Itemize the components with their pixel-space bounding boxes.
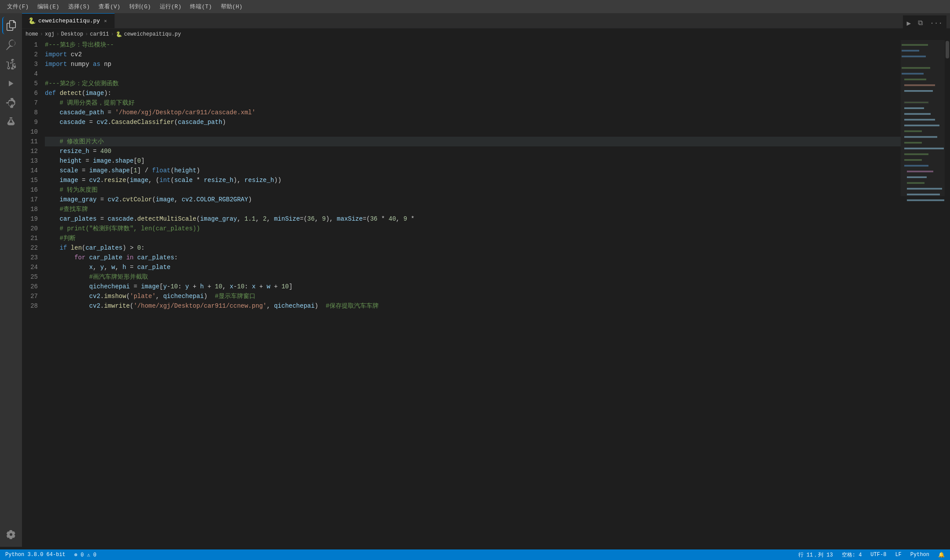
- breadcrumb-filename[interactable]: ceweichepaitiqu.py: [124, 31, 181, 37]
- breadcrumb-file-icon: 🐍: [116, 31, 122, 38]
- code-line-1: #---第1步：导出模块--: [45, 40, 901, 50]
- code-line-19: car_plates = cascade.detectMultiScale(im…: [45, 214, 901, 224]
- breadcrumb-desktop[interactable]: Desktop: [61, 31, 83, 37]
- code-line-26: qichechepai = image[y-10: y + h + 10, x-…: [45, 282, 901, 291]
- more-actions-button[interactable]: ···: [928, 18, 945, 29]
- code-line-27: cv2.imshow('plate', qichechepai) #显示车牌窗口: [45, 291, 901, 301]
- code-line-15: image = cv2.resize(image, (int(scale * r…: [45, 175, 901, 185]
- warning-icon: ⚠: [87, 552, 90, 558]
- breadcrumb: home › xgj › Desktop › car911 › 🐍 ceweic…: [0, 29, 950, 40]
- breadcrumb-car911[interactable]: car911: [90, 31, 109, 37]
- code-line-21: #判断: [45, 233, 901, 243]
- code-line-24: x, y, w, h = car_plate: [45, 262, 901, 272]
- svg-rect-26: [907, 200, 944, 201]
- breadcrumb-sep4: ›: [111, 31, 114, 37]
- error-count[interactable]: ⊗ 0 ⚠ 0: [73, 552, 98, 558]
- code-line-12: resize_h = 400: [45, 146, 901, 156]
- code-line-11: # 修改图片大小: [45, 137, 901, 146]
- warning-number: 0: [93, 552, 96, 558]
- breadcrumb-xgj[interactable]: xgj: [45, 31, 55, 37]
- code-line-3: import numpy as np: [45, 59, 901, 69]
- code-line-2: import cv2: [45, 50, 901, 59]
- menu-file[interactable]: 文件(F): [4, 2, 32, 11]
- breadcrumb-sep1: ›: [40, 31, 43, 37]
- toolbar-right: ▶ ⧉ ···: [903, 15, 946, 31]
- code-line-18: #查找车牌: [45, 204, 901, 214]
- code-line-4: [45, 69, 901, 79]
- cursor-position[interactable]: 行 11，列 13: [797, 551, 835, 559]
- code-line-28: cv2.imwrite('/home/xgj/Desktop/car911/cc…: [45, 301, 901, 311]
- breadcrumb-sep3: ›: [85, 31, 88, 37]
- statusbar: Python 3.8.0 64-bit ⊗ 0 ⚠ 0 行 11，列 13 空格…: [0, 549, 950, 560]
- breadcrumb-home[interactable]: home: [26, 31, 38, 37]
- sidebar-icon-settings[interactable]: [2, 526, 20, 543]
- line-ending[interactable]: LF: [893, 552, 903, 558]
- python-file-icon: 🐍: [28, 17, 36, 25]
- code-line-14: scale = image.shape[1] / float(height): [45, 166, 901, 175]
- tabbar: 🐍 ceweichepaitiqu.py ✕ ▶ ⧉ ···: [0, 13, 950, 29]
- python-version[interactable]: Python 3.8.0 64-bit: [4, 552, 67, 558]
- error-icon: ⊗: [74, 552, 77, 558]
- tab-file[interactable]: 🐍 ceweichepaitiqu.py ✕: [22, 13, 115, 28]
- statusbar-left: Python 3.8.0 64-bit ⊗ 0 ⚠ 0: [4, 552, 98, 558]
- split-editor-button[interactable]: ⧉: [916, 18, 925, 29]
- code-line-5: #---第2步：定义侦测函数: [45, 79, 901, 88]
- sidebar-icon-run-debug[interactable]: [2, 75, 20, 92]
- sidebar-icon-source-control[interactable]: [2, 55, 20, 73]
- code-line-25: #画汽车牌矩形并截取: [45, 272, 901, 282]
- code-line-7: # 调用分类器，提前下载好: [45, 98, 901, 108]
- minimap: [901, 40, 945, 549]
- code-line-10: [45, 127, 901, 137]
- editor-container: 1234 5678 9101112 13141516 17181920 2122…: [0, 40, 950, 549]
- tab-close-button[interactable]: ✕: [102, 18, 108, 24]
- menu-goto[interactable]: 转到(G): [126, 2, 154, 11]
- code-line-8: cascade_path = '/home/xgj/Desktop/car911…: [45, 108, 901, 117]
- notifications-bell[interactable]: 🔔: [936, 552, 946, 558]
- line-numbers: 1234 5678 9101112 13141516 17181920 2122…: [22, 40, 43, 549]
- vertical-scrollbar[interactable]: [945, 40, 950, 549]
- sidebar-icon-explorer[interactable]: [2, 17, 20, 34]
- code-line-22: if len(car_plates) > 0:: [45, 243, 901, 253]
- tab-filename: ceweichepaitiqu.py: [38, 18, 100, 24]
- sidebar-icon-search[interactable]: [2, 36, 20, 54]
- scrollbar-thumb[interactable]: [946, 41, 949, 58]
- indentation[interactable]: 空格: 4: [840, 551, 864, 559]
- code-line-13: height = image.shape[0]: [45, 156, 901, 166]
- menu-terminal[interactable]: 终端(T): [186, 2, 215, 11]
- code-line-20: # print("检测到车牌数", len(car_plates)): [45, 224, 901, 233]
- file-encoding[interactable]: UTF-8: [869, 552, 888, 558]
- code-line-16: # 转为灰度图: [45, 185, 901, 195]
- menu-run[interactable]: 运行(R): [156, 2, 185, 11]
- code-line-6: def detect(image):: [45, 88, 901, 98]
- menu-select[interactable]: 选择(S): [65, 2, 93, 11]
- language-mode[interactable]: Python: [909, 552, 931, 558]
- code-line-23: for car_plate in car_plates:: [45, 253, 901, 262]
- error-number: 0: [80, 552, 84, 558]
- sidebar-icon-extensions[interactable]: [2, 94, 20, 112]
- code-area[interactable]: #---第1步：导出模块-- import cv2 import numpy a…: [43, 40, 901, 549]
- menu-edit[interactable]: 编辑(E): [34, 2, 62, 11]
- menubar: 文件(F) 编辑(E) 选择(S) 查看(V) 转到(G) 运行(R) 终端(T…: [0, 0, 950, 13]
- breadcrumb-sep2: ›: [56, 31, 59, 37]
- code-line-9: cascade = cv2.CascadeClassifier(cascade_…: [45, 117, 901, 127]
- code-line-17: image_gray = cv2.cvtColor(image, cv2.COL…: [45, 195, 901, 204]
- menu-view[interactable]: 查看(V): [95, 2, 124, 11]
- svg-rect-27: [901, 40, 945, 196]
- statusbar-right: 行 11，列 13 空格: 4 UTF-8 LF Python 🔔: [797, 551, 946, 559]
- sidebar-icon-test[interactable]: [2, 113, 20, 131]
- run-button[interactable]: ▶: [905, 18, 913, 29]
- menu-help[interactable]: 帮助(H): [217, 2, 246, 11]
- sidebar: [0, 13, 22, 547]
